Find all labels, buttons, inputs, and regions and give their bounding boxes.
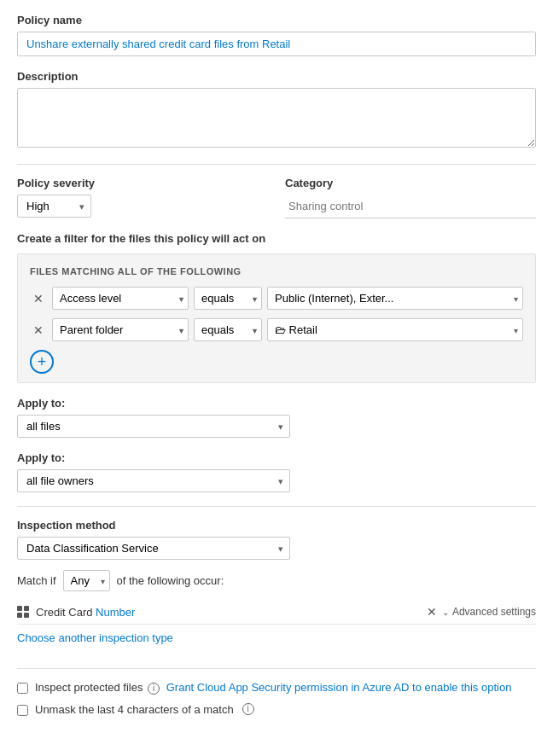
inspect-protected-row: Inspect protected files i Grant Cloud Ap…	[17, 681, 536, 695]
unmask-info-icon[interactable]: i	[242, 703, 254, 715]
match-if-select[interactable]: Any All	[63, 570, 110, 591]
remove-filter-1-button[interactable]: ✕	[30, 293, 47, 305]
filter-field-1-select[interactable]: Access level Parent folder File type	[52, 287, 189, 310]
chevron-down-icon: ⌄	[442, 608, 449, 617]
match-if-row: Match if Any All of the following occur:	[17, 570, 536, 591]
inspection-method-select-wrap: Data Classification Service Built-in DLP…	[17, 537, 290, 560]
match-if-label: Match if	[17, 574, 56, 587]
filter-field-2-wrap: Access level Parent folder File type ▾	[52, 318, 189, 341]
inspect-protected-label: Inspect protected files i Grant Cloud Ap…	[35, 681, 511, 695]
apply-to-owners-select[interactable]: all file owners selected owners	[17, 469, 290, 492]
inspection-item-name-blue: Number	[96, 606, 135, 619]
category-label: Category	[285, 177, 536, 189]
remove-filter-2-button[interactable]: ✕	[30, 324, 47, 336]
filter-operator-2-select[interactable]: equals not equals	[194, 318, 262, 341]
filter-field-1-wrap: Access level Parent folder File type ▾	[52, 287, 189, 310]
filter-intro: Create a filter for the files this polic…	[17, 232, 536, 245]
apply-to-owners-select-wrap: all file owners selected owners	[17, 469, 290, 492]
policy-severity-label: Policy severity	[17, 177, 268, 189]
match-if-select-wrap: Any All	[63, 570, 110, 591]
description-input[interactable]	[17, 88, 536, 148]
description-label: Description	[17, 70, 536, 83]
policy-name-label: Policy name	[17, 14, 536, 26]
inspection-method-select[interactable]: Data Classification Service Built-in DLP…	[17, 537, 290, 560]
divider-3	[17, 668, 536, 669]
policy-severity-select-wrap: Low Medium High Critical	[17, 195, 91, 218]
remove-inspection-item-button[interactable]: ✕	[422, 605, 442, 619]
filter-value-1-wrap: Public (Internet), Exter... Private Inte…	[267, 287, 523, 310]
inspection-item-credit-card: Credit Card Number ✕ ⌄ Advanced settings	[17, 600, 536, 625]
apply-to-files-select-wrap: all files selected files	[17, 415, 290, 438]
apply-to-files-select[interactable]: all files selected files	[17, 415, 290, 438]
advanced-settings-label: Advanced settings	[452, 606, 536, 618]
policy-name-input[interactable]	[17, 32, 536, 56]
match-if-suffix: of the following occur:	[117, 574, 224, 587]
unmask-row: Unmask the last 4 characters of a match …	[17, 703, 536, 716]
advanced-settings-link[interactable]: ⌄ Advanced settings	[442, 606, 536, 618]
divider-2	[17, 506, 536, 507]
category-input[interactable]	[285, 195, 536, 218]
filter-row-1: ✕ Access level Parent folder File type ▾…	[30, 287, 523, 310]
filter-row-2: ✕ Access level Parent folder File type ▾…	[30, 318, 523, 341]
filter-title: FILES MATCHING ALL OF THE FOLLOWING	[30, 266, 523, 276]
divider-1	[17, 164, 536, 165]
filter-field-2-select[interactable]: Access level Parent folder File type	[52, 318, 189, 341]
inspection-item-name: Credit Card Number	[36, 606, 422, 619]
filter-operator-2-wrap: equals not equals ▾	[194, 318, 262, 341]
filter-operator-1-wrap: equals not equals ▾	[194, 287, 262, 310]
inspect-protected-checkbox[interactable]	[17, 683, 28, 694]
apply-to-owners-label: Apply to:	[17, 451, 536, 464]
filter-value-2-select[interactable]: 🗁 Retail Finance HR	[267, 318, 523, 341]
filter-operator-1-select[interactable]: equals not equals	[194, 287, 262, 310]
filter-value-2-wrap: 🗁 Retail Finance HR	[267, 318, 523, 341]
apply-to-files-label: Apply to:	[17, 397, 536, 410]
inspection-method-label: Inspection method	[17, 519, 536, 532]
choose-inspection-link[interactable]: Choose another inspection type	[17, 631, 173, 644]
filter-value-1-select[interactable]: Public (Internet), Exter... Private Inte…	[267, 287, 523, 310]
filter-box: FILES MATCHING ALL OF THE FOLLOWING ✕ Ac…	[17, 253, 536, 383]
unmask-checkbox[interactable]	[17, 705, 28, 716]
policy-severity-select[interactable]: Low Medium High Critical	[17, 195, 91, 218]
grid-icon	[17, 606, 29, 618]
grant-permission-link[interactable]: Grant Cloud App Security permission in A…	[166, 681, 512, 694]
unmask-label: Unmask the last 4 characters of a match	[35, 703, 234, 716]
inspect-protected-info-icon[interactable]: i	[148, 683, 160, 695]
add-filter-button[interactable]: +	[30, 350, 54, 374]
